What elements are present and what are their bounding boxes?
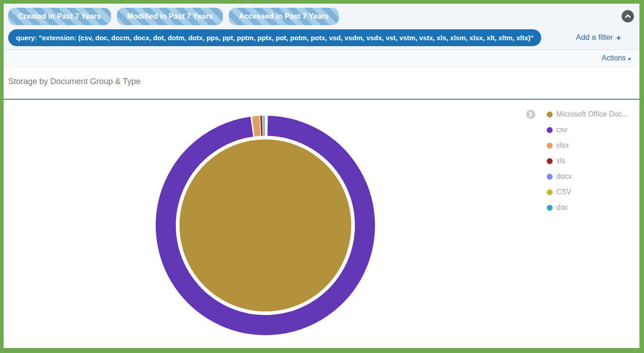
filter-header: Created in Past 7 Years Modified in Past… [4, 4, 639, 49]
legend-label: docx [556, 172, 572, 181]
chart-area: Microsoft Office Doc...csvxlsxxlsdocxCSV… [4, 100, 639, 352]
legend-item-microsoft-office-doc-[interactable]: Microsoft Office Doc... [526, 107, 634, 122]
legend-item-csv[interactable]: CSV [526, 184, 634, 200]
legend-item-docx[interactable]: docx [526, 169, 634, 184]
filter-pill-created[interactable]: Created in Past 7 Years [8, 8, 111, 25]
legend-item-doc[interactable]: doc [526, 200, 634, 215]
legend-label: doc [556, 203, 568, 212]
plus-icon: + [616, 33, 621, 42]
filter-pills-row: Created in Past 7 Years Modified in Past… [8, 6, 635, 27]
collapse-panel-button[interactable] [622, 10, 634, 22]
actions-label: Actions [602, 54, 626, 62]
legend-color-dot [547, 158, 553, 164]
legend-label: csv [556, 126, 567, 134]
add-filter-button[interactable]: Add a filter + [576, 33, 621, 42]
legend-color-dot [547, 205, 553, 211]
chevron-up-icon [624, 13, 631, 20]
legend-label: xlsx [556, 141, 569, 150]
caret-right-icon: ▸ [628, 55, 631, 62]
filter-pill-modified[interactable]: Modified in Past 7 Years [117, 8, 223, 25]
legend-item-xlsx[interactable]: xlsx [526, 138, 634, 153]
chart-title: Storage by Document Group & Type [4, 67, 639, 87]
report-window: Created in Past 7 Years Modified in Past… [0, 0, 644, 353]
expand-group-icon[interactable] [526, 110, 535, 119]
legend-color-dot [547, 127, 553, 133]
sunburst-chart[interactable] [153, 113, 377, 337]
legend-color-dot [547, 189, 553, 195]
legend-item-xls[interactable]: xls [526, 153, 634, 169]
legend-label: Microsoft Office Doc... [556, 110, 628, 118]
query-filter-pill[interactable]: query: "extension: (csv, doc, docm, docx… [8, 29, 541, 46]
add-filter-label: Add a filter [576, 33, 613, 42]
legend-color-dot [547, 112, 553, 118]
report-content: Storage by Document Group & Type Microso… [4, 67, 639, 328]
filter-pill-accessed[interactable]: Accessed in Past 7 Years [229, 8, 339, 25]
ring-segment-xlsx[interactable] [253, 126, 260, 126]
legend-item-csv[interactable]: csv [526, 122, 634, 138]
legend-label: CSV [556, 188, 571, 196]
query-row: query: "extension: (csv, doc, docm, docx… [8, 28, 635, 47]
inner-circle-microsoft-office-documents[interactable] [179, 139, 351, 311]
legend-color-dot [547, 174, 553, 180]
legend-color-dot [547, 143, 553, 149]
chart-legend: Microsoft Office Doc...csvxlsxxlsdocxCSV… [526, 107, 634, 215]
actions-bar: Actions ▸ [4, 49, 639, 67]
actions-menu-button[interactable]: Actions ▸ [602, 54, 632, 62]
legend-label: xls [556, 157, 565, 165]
